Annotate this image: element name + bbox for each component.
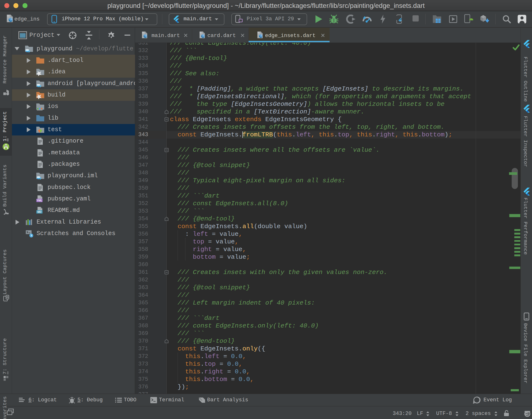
svg-text:YML: YML — [37, 199, 42, 202]
svg-text:MD: MD — [37, 210, 41, 213]
